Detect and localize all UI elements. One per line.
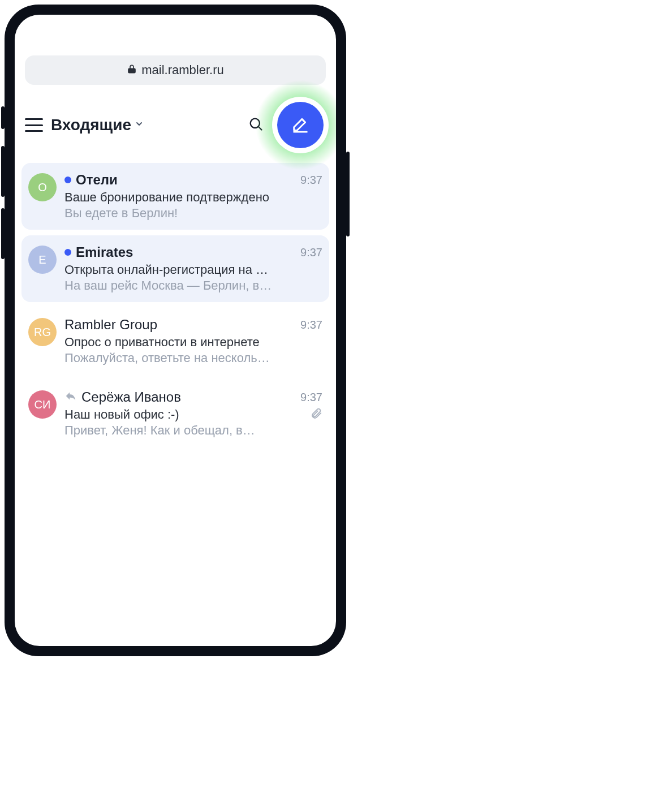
avatar: E (28, 246, 57, 274)
mail-time: 9:37 (295, 174, 322, 187)
side-button (346, 152, 350, 236)
mail-preview: На ваш рейс Москва — Берлин, в… (64, 278, 322, 293)
mail-subject: Наш новый офис :-) (64, 407, 304, 422)
search-icon (248, 116, 264, 134)
mail-top-row: Отели9:37 (64, 172, 322, 188)
mail-subject: Опрос о приватности в интернете (64, 335, 322, 350)
side-button (1, 106, 5, 129)
compose-button-wrap (275, 100, 326, 150)
chevron-down-icon (135, 119, 144, 131)
avatar: СИ (28, 390, 57, 419)
svg-rect-0 (128, 68, 135, 73)
mail-item[interactable]: RGRambler Group9:37Опрос о приватности в… (21, 308, 329, 375)
compose-button[interactable] (277, 102, 324, 148)
mail-sender: Rambler Group (64, 317, 157, 333)
browser-url-bar[interactable]: mail.rambler.ru (25, 55, 326, 85)
mail-list[interactable]: OОтели9:37Ваше бронирование подтверждено… (15, 163, 336, 646)
mail-preview: Вы едете в Берлин! (64, 206, 322, 221)
reply-arrow-icon (64, 390, 77, 404)
folder-selector[interactable]: Входящие (51, 116, 144, 134)
avatar: RG (28, 318, 57, 346)
mail-preview: Пожалуйста, ответьте на несколь… (64, 351, 322, 365)
mail-preview: Привет, Женя! Как и обещал, в… (64, 423, 322, 438)
attachment-icon (304, 407, 322, 422)
mail-item[interactable]: OОтели9:37Ваше бронирование подтверждено… (21, 163, 329, 230)
url-text: mail.rambler.ru (141, 63, 223, 78)
mail-sender: Отели (76, 172, 118, 188)
search-button[interactable] (244, 114, 267, 136)
mail-body: Отели9:37Ваше бронирование подтвержденоВ… (64, 172, 322, 221)
mail-body: Emirates9:37Открыта онлайн-регистрация н… (64, 244, 322, 293)
phone-frame: mail.rambler.ru Входящие (5, 5, 346, 656)
avatar: O (28, 173, 57, 201)
mail-subject-row: Опрос о приватности в интернете (64, 335, 322, 350)
mail-subject-row: Открыта онлайн-регистрация на … (64, 262, 322, 277)
mail-time: 9:37 (295, 318, 322, 332)
mail-sender: Emirates (76, 244, 133, 260)
mail-subject: Открыта онлайн-регистрация на … (64, 262, 322, 277)
menu-button[interactable] (25, 118, 43, 132)
mail-sender: Серёжа Иванов (81, 389, 181, 405)
mail-top-row: Emirates9:37 (64, 244, 322, 260)
mail-time: 9:37 (295, 246, 322, 259)
mail-body: Серёжа Иванов9:37Наш новый офис :-)Приве… (64, 389, 322, 438)
mail-top-row: Rambler Group9:37 (64, 317, 322, 333)
side-button (1, 208, 5, 259)
side-button (1, 146, 5, 197)
folder-title-label: Входящие (51, 116, 131, 134)
unread-dot-icon (64, 249, 71, 256)
mail-subject: Ваше бронирование подтверждено (64, 190, 322, 205)
pencil-icon (291, 114, 310, 136)
mail-subject-row: Ваше бронирование подтверждено (64, 190, 322, 205)
svg-line-2 (259, 127, 261, 130)
mail-body: Rambler Group9:37Опрос о приватности в и… (64, 317, 322, 365)
mail-subject-row: Наш новый офис :-) (64, 407, 322, 422)
mail-item[interactable]: EEmirates9:37Открыта онлайн-регистрация … (21, 235, 329, 302)
mail-item[interactable]: СИСерёжа Иванов9:37Наш новый офис :-)При… (21, 380, 329, 447)
mail-top-row: Серёжа Иванов9:37 (64, 389, 322, 405)
mail-time: 9:37 (295, 391, 322, 404)
lock-icon (127, 63, 137, 78)
screen: mail.rambler.ru Входящие (15, 15, 336, 646)
unread-dot-icon (64, 177, 71, 183)
app-toolbar: Входящие (15, 85, 336, 163)
